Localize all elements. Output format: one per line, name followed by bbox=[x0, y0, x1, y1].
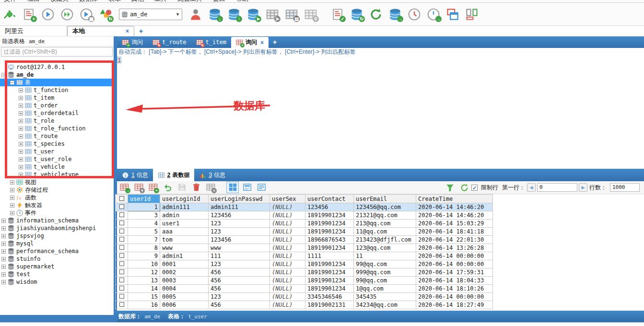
tree-item-t_item[interactable]: +t_item bbox=[0, 94, 114, 102]
schedule-icon[interactable]: → bbox=[425, 6, 442, 23]
cell-CreateTime[interactable]: 2020-06-14 14:46:20 bbox=[416, 203, 493, 211]
expand-icon[interactable]: + bbox=[1, 280, 6, 284]
table-row[interactable]: 1admin111admin111(NULL)123456123456@qq.c… bbox=[116, 203, 493, 211]
row-checkbox[interactable] bbox=[119, 294, 124, 299]
row-checkbox[interactable] bbox=[119, 245, 124, 250]
cell-userSex[interactable]: (NULL) bbox=[270, 244, 305, 252]
first-row-input[interactable]: 0 bbox=[537, 183, 577, 192]
table-row[interactable]: 9admin1111(NULL)1111112020-06-14 00:00:0… bbox=[116, 252, 493, 260]
undo-icon[interactable] bbox=[161, 182, 174, 193]
tree-item-t_function[interactable]: +t_function bbox=[0, 86, 114, 94]
menu-item-工具[interactable]: 工具 bbox=[154, 0, 167, 3]
cell-userLoginPasswd[interactable]: 456 bbox=[209, 301, 270, 309]
row-select-cell[interactable] bbox=[116, 260, 128, 268]
expand-icon[interactable]: + bbox=[1, 272, 6, 277]
cell-userLoginPasswd[interactable]: 123 bbox=[209, 293, 270, 301]
sync-models-icon[interactable]: ↻ bbox=[97, 6, 114, 23]
tree-item-root@127.0.0.1[interactable]: root@127.0.0.1 bbox=[0, 63, 114, 71]
first-row-increment-button[interactable]: ▶ bbox=[579, 183, 587, 192]
cell-userContact[interactable]: 18919901234 bbox=[305, 228, 354, 236]
tree-item-t_vehicletype[interactable]: +t_vehicletype bbox=[0, 171, 114, 178]
tree-item-supermarket[interactable]: +supermarket bbox=[0, 263, 114, 270]
menu-item-文件[interactable]: 文件 bbox=[4, 0, 16, 3]
close-tab-icon[interactable]: × bbox=[260, 39, 264, 46]
cell-userEmail[interactable]: 99@qq.com bbox=[354, 277, 416, 285]
column-header-userLoginPasswd[interactable]: userLoginPasswd bbox=[209, 195, 270, 203]
cell-userSex[interactable]: (NULL) bbox=[270, 228, 305, 236]
collapse-icon[interactable]: − bbox=[1, 73, 6, 77]
row-select-cell[interactable] bbox=[116, 301, 128, 309]
table-export-icon[interactable]: ➤ bbox=[264, 6, 281, 23]
add-record-icon[interactable]: + bbox=[147, 182, 159, 193]
cell-userSex[interactable]: (NULL) bbox=[270, 268, 305, 277]
row-select-cell[interactable] bbox=[116, 268, 128, 277]
tree-item-t_order[interactable]: +t_order bbox=[0, 102, 114, 109]
cell-userContact[interactable]: 18919901234 bbox=[305, 285, 354, 293]
cell-userLoginId[interactable]: 0003 bbox=[160, 277, 209, 285]
database-selector[interactable]: am_de ▼ bbox=[119, 9, 182, 20]
cell-CreateTime[interactable]: 2020-06-14 00:00:00 bbox=[416, 252, 493, 260]
menu-item-数据库[interactable]: 数据库 bbox=[79, 0, 98, 3]
tree-item-t_orderdetail[interactable]: +t_orderdetail bbox=[0, 109, 114, 117]
cell-userLoginPasswd[interactable]: admin111 bbox=[209, 203, 270, 211]
report-check-icon[interactable]: ✓ bbox=[329, 6, 346, 23]
tree-item-test[interactable]: +test bbox=[0, 270, 114, 278]
expand-icon[interactable]: + bbox=[19, 104, 23, 108]
cell-CreateTime[interactable]: 2020-06-14 13:26:28 bbox=[416, 244, 493, 252]
cell-userLoginId[interactable]: 0001 bbox=[160, 260, 209, 268]
table-row[interactable]: 130003456(NULL)1891990123499@qq.com2020-… bbox=[116, 277, 493, 285]
tree-item-存储过程[interactable]: +存储过程 bbox=[0, 186, 114, 194]
cell-userContact[interactable]: 3345346546 bbox=[305, 293, 354, 301]
limit-rows-checkbox[interactable]: ✓ bbox=[471, 185, 478, 191]
table-row[interactable]: 160006456(NULL)1891900213134234@qq.com20… bbox=[116, 301, 493, 309]
cell-userContact[interactable]: 18919002131 bbox=[305, 301, 354, 309]
cell-userContact[interactable]: 18919901234 bbox=[305, 244, 354, 252]
row-select-cell[interactable] bbox=[116, 220, 128, 228]
table-row[interactable]: 100001123(NULL)1891990123499@qq.com2020-… bbox=[116, 260, 493, 268]
tree-item-stuinfo[interactable]: +stuinfo bbox=[0, 255, 114, 263]
expand-icon[interactable]: + bbox=[19, 119, 23, 123]
cell-userSex[interactable]: (NULL) bbox=[270, 203, 305, 211]
cell-userId[interactable]: 7 bbox=[128, 236, 160, 244]
cell-userLoginId[interactable]: tom bbox=[160, 236, 209, 244]
cell-userEmail[interactable]: 345435 bbox=[354, 293, 416, 301]
table-view-icon[interactable]: ▤ bbox=[283, 6, 300, 23]
cell-userEmail[interactable]: 999@qq.com bbox=[354, 268, 416, 277]
row-checkbox[interactable] bbox=[119, 261, 124, 266]
row-select-cell[interactable] bbox=[116, 228, 128, 236]
cell-userEmail[interactable]: 21321@qq.com bbox=[354, 211, 416, 220]
cell-userLoginPasswd[interactable]: 456 bbox=[209, 277, 270, 285]
expand-icon[interactable]: + bbox=[19, 111, 23, 116]
cell-CreateTime[interactable]: 2020-06-14 18:27:49 bbox=[416, 301, 493, 309]
expand-icon[interactable]: + bbox=[10, 211, 14, 215]
dropdown-arrow-icon[interactable]: ▼ bbox=[176, 12, 180, 17]
cell-userLoginId[interactable]: 0002 bbox=[160, 268, 209, 277]
table-row[interactable]: 5aaa123(NULL)1891990123411@qq.com2020-06… bbox=[116, 228, 493, 236]
cell-userEmail[interactable]: 213@qq.com bbox=[354, 220, 416, 228]
tree-item-表[interactable]: −表 bbox=[0, 79, 114, 86]
query-tab-询问[interactable]: +询问× bbox=[231, 37, 269, 48]
menu-item-高级工具[interactable]: 高级工具 bbox=[177, 0, 202, 3]
cell-userContact[interactable]: 18919901234 bbox=[305, 277, 354, 285]
cell-CreateTime[interactable]: 2020-06-14 22:01:30 bbox=[416, 236, 493, 244]
cell-userLoginId[interactable]: 0006 bbox=[160, 301, 209, 309]
tree-item-jspsvjog[interactable]: +jspsvjog bbox=[0, 232, 114, 240]
new-connection-tab-button[interactable]: + bbox=[134, 26, 148, 36]
cell-userLoginPasswd[interactable]: www bbox=[209, 244, 270, 252]
cell-userContact[interactable]: 18919901234 bbox=[305, 260, 354, 268]
expand-icon[interactable]: + bbox=[1, 249, 6, 254]
discard-icon[interactable]: × bbox=[204, 182, 217, 193]
expand-icon[interactable]: + bbox=[19, 157, 23, 162]
connection-tab-本地[interactable]: 本地× bbox=[67, 26, 134, 36]
cell-userContact[interactable]: 123456 bbox=[305, 203, 354, 211]
refresh-data-icon[interactable]: → bbox=[118, 182, 130, 193]
refresh-icon[interactable] bbox=[368, 6, 384, 23]
cell-userContact[interactable]: 18919901234 bbox=[305, 268, 354, 277]
form-view-icon[interactable] bbox=[241, 182, 253, 193]
column-header-userEmail[interactable]: userEmail bbox=[354, 195, 416, 203]
tree-item-视图[interactable]: +视图 bbox=[0, 178, 114, 186]
expand-icon[interactable]: + bbox=[19, 96, 23, 100]
tree-item-t_role_function[interactable]: +t_role_function bbox=[0, 125, 114, 132]
tree-item-事件[interactable]: +事件 bbox=[0, 209, 114, 217]
tree-item-t_route[interactable]: +t_route bbox=[0, 132, 114, 140]
